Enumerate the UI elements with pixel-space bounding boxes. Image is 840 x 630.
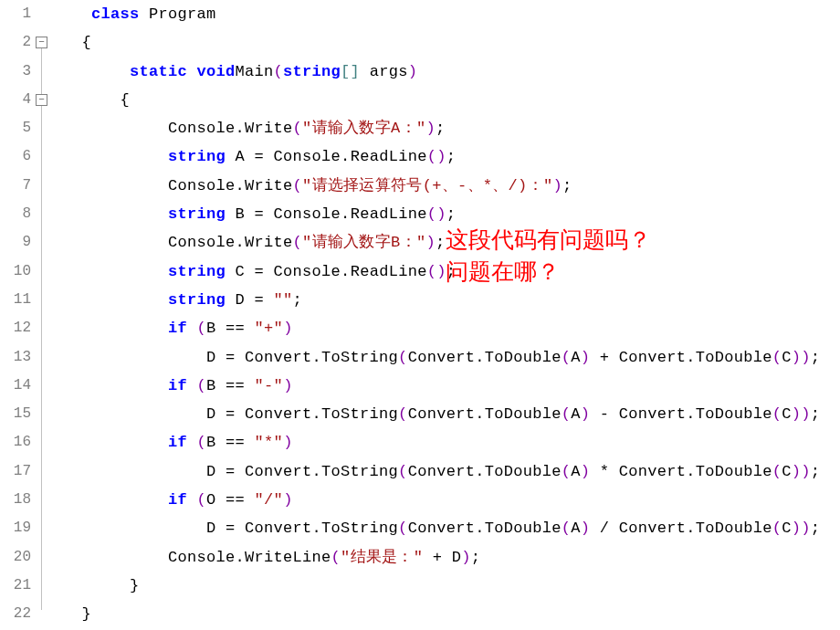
line-number: 20 — [0, 543, 31, 572]
fold-column: − − — [33, 0, 53, 630]
code-line[interactable]: D = Convert.ToString(Convert.ToDouble(A)… — [53, 514, 840, 542]
line-number: 10 — [0, 257, 31, 286]
line-number: 21 — [0, 572, 31, 600]
line-number: 17 — [0, 457, 31, 486]
code-line[interactable]: if (O == "/") — [53, 486, 840, 514]
line-number: 19 — [0, 514, 31, 542]
code-line[interactable]: string D = ""; — [53, 286, 840, 314]
code-line[interactable]: D = Convert.ToString(Convert.ToDouble(A)… — [53, 343, 840, 372]
line-number: 22 — [0, 600, 31, 628]
annotation-line: 问题在哪？ — [446, 256, 651, 288]
line-number: 7 — [0, 172, 31, 200]
line-number: 6 — [0, 142, 31, 171]
line-number: 12 — [0, 314, 31, 342]
line-number: 1 — [0, 0, 31, 28]
code-line[interactable]: D = Convert.ToString(Convert.ToDouble(A)… — [53, 457, 840, 486]
line-number: 9 — [0, 228, 31, 257]
code-area[interactable]: class Program { static voidMain(string[]… — [53, 0, 840, 630]
fold-toggle-icon[interactable]: − — [36, 37, 47, 48]
code-line[interactable]: { — [53, 86, 840, 114]
question-annotation: 这段代码有问题吗？ 问题在哪？ — [446, 224, 651, 288]
line-number: 8 — [0, 200, 31, 228]
line-number: 18 — [0, 486, 31, 514]
line-number: 16 — [0, 428, 31, 457]
code-line[interactable]: if (B == "-") — [53, 372, 840, 400]
line-number: 14 — [0, 372, 31, 400]
code-line[interactable]: string A = Console.ReadLine(); — [53, 142, 840, 171]
line-number: 3 — [0, 58, 31, 86]
annotation-line: 这段代码有问题吗？ — [446, 224, 651, 256]
code-line[interactable]: } — [53, 600, 840, 628]
fold-toggle-icon[interactable]: − — [36, 94, 47, 106]
code-line[interactable]: D = Convert.ToString(Convert.ToDouble(A)… — [53, 400, 840, 428]
code-line[interactable]: static voidMain(string[] args) — [53, 58, 840, 86]
code-line[interactable]: Console.Write("请选择运算符号(+、-、*、/)："); — [53, 172, 840, 200]
fold-guide-line — [41, 48, 42, 610]
line-number: 5 — [0, 114, 31, 142]
line-number: 15 — [0, 400, 31, 428]
code-line[interactable]: { — [53, 28, 840, 57]
line-number: 2 — [0, 28, 31, 57]
code-line[interactable]: if (B == "+") — [53, 314, 840, 342]
code-line[interactable]: Console.WriteLine("结果是：" + D); — [53, 543, 840, 572]
line-number-gutter: 1 2 3 4 5 6 7 8 9 10 11 12 13 14 15 16 1… — [0, 0, 33, 630]
line-number: 13 — [0, 343, 31, 372]
code-line[interactable]: class Program — [53, 0, 840, 28]
code-editor[interactable]: 1 2 3 4 5 6 7 8 9 10 11 12 13 14 15 16 1… — [0, 0, 840, 630]
code-line[interactable]: } — [53, 572, 840, 600]
code-line[interactable]: Console.Write("请输入数字A："); — [53, 114, 840, 142]
line-number: 11 — [0, 286, 31, 314]
code-line[interactable]: if (B == "*") — [53, 428, 840, 457]
line-number: 4 — [0, 86, 31, 114]
